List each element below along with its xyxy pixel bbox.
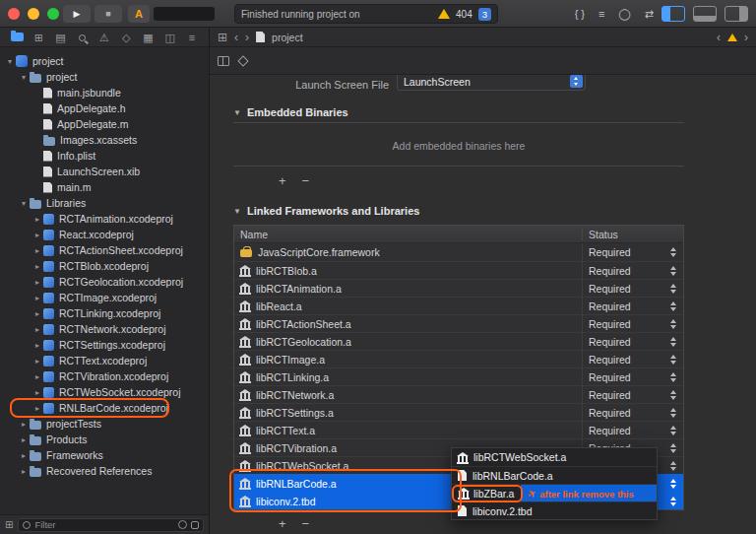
linked-frameworks-header[interactable]: ▼ Linked Frameworks and Libraries: [233, 205, 419, 217]
sidebar-tree-item-info-plist[interactable]: Info.plist: [0, 148, 209, 164]
sidebar-tree-item-rcttext-xcodeproj[interactable]: ▸ RCTText.xcodeproj: [0, 353, 209, 368]
table-row[interactable]: libRCTLinking.a Required: [234, 367, 683, 385]
sidebar-tree-item-rctblob-xcodeproj[interactable]: ▸ RCTBlob.xcodeproj: [0, 258, 209, 274]
disclosure-arrow[interactable]: ▸: [32, 309, 43, 318]
disclosure-arrow[interactable]: ▸: [18, 435, 30, 444]
disclosure-arrow[interactable]: ▸: [32, 294, 43, 302]
table-row[interactable]: libRCTImage.a Required: [234, 350, 683, 367]
warning-count[interactable]: 404: [456, 9, 472, 20]
destination-selector[interactable]: [154, 7, 215, 21]
left-panel-toggle[interactable]: [662, 6, 685, 22]
sidebar-tree-item-rctanimation-xcodeproj[interactable]: ▸ RCTAnimation.xcodeproj: [0, 211, 209, 227]
sidebar-tree-item-libraries[interactable]: ▾ Libraries: [0, 195, 209, 211]
zoom-button[interactable]: [47, 8, 59, 20]
disclosure-arrow[interactable]: ▸: [18, 451, 30, 460]
sidebar-tree-item-main-jsbundle[interactable]: main.jsbundle: [0, 85, 209, 100]
scheme-selector[interactable]: A: [128, 5, 150, 23]
braces-icon[interactable]: { }: [575, 6, 585, 22]
add-icon[interactable]: ⊞: [5, 519, 13, 530]
disclosure-arrow[interactable]: ▸: [32, 372, 43, 381]
sidebar-tree-item-rctactionsheet-xcodeproj[interactable]: ▸ RCTActionSheet.xcodeproj: [0, 242, 209, 258]
back-icon[interactable]: ‹: [234, 31, 238, 44]
disclosure-triangle-icon[interactable]: ▼: [233, 207, 241, 216]
status-dropdown-icon[interactable]: [669, 425, 678, 436]
sidebar-tree-item-rnlbarcode-xcodeproj[interactable]: ▸ RNLBarCode.xcodeproj: [0, 400, 209, 416]
stop-button[interactable]: ■: [94, 5, 122, 23]
disclosure-arrow[interactable]: ▸: [18, 420, 30, 429]
remove-button[interactable]: −: [302, 516, 310, 531]
sidebar-tree-item-rctnetwork-xcodeproj[interactable]: ▸ RCTNetwork.xcodeproj: [0, 321, 209, 337]
status-dropdown-icon[interactable]: [669, 354, 678, 366]
disclosure-arrow[interactable]: ▸: [32, 215, 43, 224]
breakpoint-navigator-icon[interactable]: ◫: [163, 29, 177, 46]
list-item[interactable]: libRCTWebSocket.a: [452, 448, 657, 466]
disclosure-arrow[interactable]: ▾: [4, 57, 16, 66]
status-dropdown-icon[interactable]: [669, 389, 678, 401]
remove-button[interactable]: −: [302, 173, 310, 188]
sidebar-tree-item-rctimage-xcodeproj[interactable]: ▸ RCTImage.xcodeproj: [0, 290, 209, 305]
right-panel-toggle[interactable]: [724, 6, 748, 22]
table-row[interactable]: libReact.a Required: [234, 297, 683, 314]
disclosure-arrow[interactable]: ▸: [32, 404, 43, 413]
sidebar-tree-item-appdelegate-h[interactable]: AppDelegate.h: [0, 100, 209, 116]
status-dropdown-icon[interactable]: [669, 478, 678, 490]
sidebar-tree-item-projecttests[interactable]: ▸ projectTests: [0, 416, 209, 432]
table-row[interactable]: libRCTText.a Required: [234, 421, 683, 438]
sidebar-tree-item-products[interactable]: ▸ Products: [0, 432, 209, 447]
disclosure-arrow[interactable]: ▸: [32, 325, 43, 334]
table-row[interactable]: libRCTNetwork.a Required: [234, 385, 683, 403]
filter-input[interactable]: [34, 519, 174, 530]
status-dropdown-icon[interactable]: [669, 496, 678, 507]
popup-chevron-icon[interactable]: [570, 75, 583, 88]
disclosure-arrow[interactable]: ▸: [32, 231, 43, 239]
status-dropdown-icon[interactable]: [669, 407, 678, 419]
table-row[interactable]: libRCTActionSheet.a Required: [234, 314, 683, 332]
status-dropdown-icon[interactable]: [669, 460, 678, 472]
sidebar-tree-item-rctsettings-xcodeproj[interactable]: ▸ RCTSettings.xcodeproj: [0, 337, 209, 353]
sidebar-tree-item-rctvibration-xcodeproj[interactable]: ▸ RCTVibration.xcodeproj: [0, 368, 209, 384]
table-row[interactable]: libRCTGeolocation.a Required: [234, 332, 683, 350]
report-navigator-icon[interactable]: ≡: [185, 29, 199, 46]
table-row[interactable]: libRCTAnimation.a Required: [234, 279, 683, 297]
run-button[interactable]: ▶: [63, 5, 91, 23]
search-icon[interactable]: [76, 29, 90, 46]
disclosure-arrow[interactable]: ▸: [32, 341, 43, 350]
status-dropdown-icon[interactable]: [669, 442, 678, 454]
list-item[interactable]: libRNLBarCode.a: [452, 466, 657, 484]
minimize-button[interactable]: [28, 8, 39, 20]
disclosure-arrow[interactable]: ▾: [18, 199, 30, 208]
table-row[interactable]: libRCTBlob.a Required: [234, 261, 683, 279]
disclosure-arrow[interactable]: ▸: [32, 278, 43, 287]
sidebar-tree-item-project[interactable]: ▾ project: [0, 53, 209, 69]
sidebar-tree-item-rctlinking-xcodeproj[interactable]: ▸ RCTLinking.xcodeproj: [0, 305, 209, 321]
status-dropdown-icon[interactable]: [669, 246, 678, 258]
table-row[interactable]: libRCTSettings.a Required: [234, 403, 683, 421]
disclosure-arrow[interactable]: ▸: [32, 246, 43, 255]
bottom-panel-toggle[interactable]: [693, 6, 717, 22]
sidebar-tree-item-rctgeolocation-xcodeproj[interactable]: ▸ RCTGeolocation.xcodeproj: [0, 274, 209, 290]
next-issue-icon[interactable]: ›: [744, 31, 748, 44]
disclosure-arrow[interactable]: ▸: [32, 262, 43, 271]
breadcrumb[interactable]: project: [272, 32, 303, 43]
list-item[interactable]: libiconv.2.tbd: [452, 501, 657, 519]
symbol-navigator-icon[interactable]: ▤: [54, 29, 68, 46]
embedded-binaries-header[interactable]: ▼ Embedded Binaries: [233, 106, 348, 118]
recents-icon[interactable]: [178, 520, 187, 529]
prev-issue-icon[interactable]: ‹: [717, 31, 721, 44]
related-items-icon[interactable]: ⊞: [218, 31, 227, 44]
disclosure-arrow[interactable]: ▸: [32, 357, 43, 366]
warning-triangle-icon[interactable]: [438, 9, 450, 19]
status-dropdown-icon[interactable]: [669, 265, 678, 277]
test-navigator-icon[interactable]: ◇: [119, 29, 133, 46]
debug-navigator-icon[interactable]: ▦: [142, 29, 156, 46]
scm-filter-icon[interactable]: [191, 521, 199, 529]
add-button[interactable]: +: [279, 173, 286, 188]
sidebar-tree-item-images-xcassets[interactable]: Images.xcassets: [0, 132, 209, 148]
lines-icon[interactable]: ≡: [598, 6, 604, 22]
close-button[interactable]: [8, 8, 20, 20]
sidebar-tree-item-launchscreen-xib[interactable]: LaunchScreen.xib: [0, 164, 209, 179]
issue-navigator-icon[interactable]: ⚠: [97, 29, 111, 46]
sidebar-tree-item-rctwebsocket-xcodeproj[interactable]: ▸ RCTWebSocket.xcodeproj: [0, 384, 209, 400]
linked-editor-icon[interactable]: [237, 55, 248, 66]
list-item-libzbar[interactable]: libZBar.a ✈ after link remove this: [452, 484, 657, 501]
